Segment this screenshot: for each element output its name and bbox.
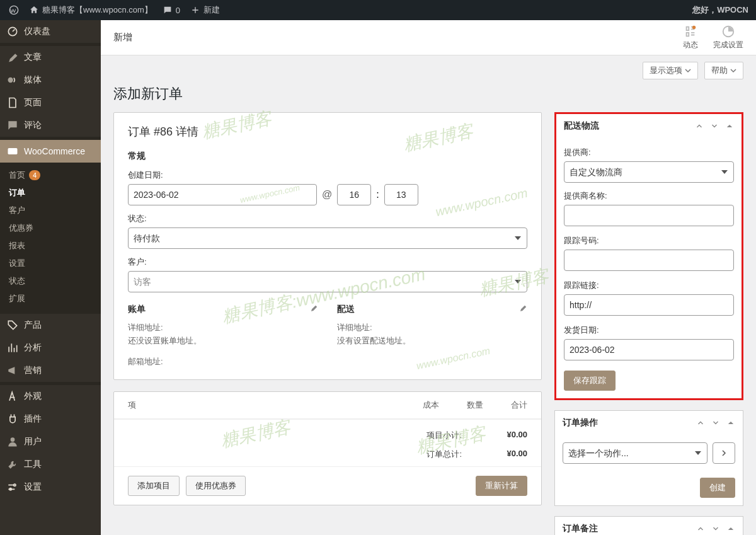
order-title: 订单 #86 详情: [128, 124, 527, 139]
menu-tools[interactable]: 工具: [0, 453, 101, 476]
menu-marketing[interactable]: 营销: [0, 359, 101, 382]
edit-billing-icon[interactable]: [309, 304, 318, 315]
menu-posts[interactable]: 文章: [0, 46, 101, 69]
col-cost: 成本: [395, 400, 439, 411]
setup-panel[interactable]: 完成设置: [713, 25, 743, 50]
order-details-box: 订单 #86 详情 常规 创建日期: @ : 状态: 待付款 客户: 访客: [113, 112, 542, 380]
submenu-status[interactable]: 状态: [0, 272, 101, 290]
col-total: 合计: [483, 400, 527, 411]
customer-select[interactable]: 访客: [128, 271, 527, 292]
billing-heading: 账单: [128, 304, 146, 315]
greeting[interactable]: 您好，WPOCN: [692, 4, 756, 16]
submenu-woocommerce: 首页4 订单 客户 优惠券 报表 设置 状态 扩展: [0, 163, 101, 314]
status-label: 状态:: [128, 213, 527, 224]
add-item-button[interactable]: 添加项目: [128, 476, 180, 496]
order-actions-title: 订单操作: [563, 417, 598, 429]
new-content[interactable]: 新建: [185, 0, 225, 20]
tracking-url-label: 跟踪链接:: [564, 280, 734, 291]
chevron-up-icon[interactable]: [696, 418, 705, 427]
screen-options-toggle[interactable]: 显示选项: [643, 62, 698, 79]
use-coupon-button[interactable]: 使用优惠券: [186, 476, 246, 496]
order-notes-title: 订单备注: [563, 523, 598, 534]
email-label: 邮箱地址:: [128, 357, 163, 366]
billing-addr-label: 详细地址:: [128, 323, 163, 332]
minute-input[interactable]: [384, 184, 418, 205]
provider-label: 提供商:: [564, 147, 734, 158]
caret-up-icon[interactable]: [726, 418, 735, 427]
create-order-button[interactable]: 创建: [700, 478, 735, 498]
order-actions-metabox: 订单操作 选择一个动作... 创建: [554, 410, 743, 506]
menu-users[interactable]: 用户: [0, 430, 101, 453]
time-sep: :: [376, 189, 379, 200]
col-item: 项: [128, 400, 395, 411]
admin-topbar: 糖果博客【www.wpocn.com】 0 新建 您好，WPOCN: [0, 0, 756, 20]
provider-name-input[interactable]: [564, 205, 734, 226]
submenu-settings[interactable]: 设置: [0, 255, 101, 272]
submenu-customers[interactable]: 客户: [0, 202, 101, 219]
menu-appearance[interactable]: 外观: [0, 385, 101, 408]
order-action-select[interactable]: 选择一个动作...: [563, 442, 707, 464]
submenu-reports[interactable]: 报表: [0, 237, 101, 255]
menu-analytics[interactable]: 分析: [0, 337, 101, 359]
menu-woocommerce[interactable]: WooCommerce: [0, 140, 101, 163]
activity-panel[interactable]: 动态: [683, 25, 698, 50]
edit-shipping-icon[interactable]: [518, 304, 527, 315]
status-select[interactable]: 待付款: [128, 227, 527, 249]
general-section-label: 常规: [128, 151, 527, 162]
menu-pages[interactable]: 页面: [0, 91, 101, 114]
submenu-orders[interactable]: 订单: [0, 184, 101, 202]
chevron-up-icon[interactable]: [695, 122, 704, 130]
menu-comments[interactable]: 评论: [0, 114, 101, 137]
chevron-down-icon[interactable]: [711, 418, 720, 427]
menu-media[interactable]: 媒体: [0, 69, 101, 91]
order-items-box: 项 成本 数量 合计 项目小计:¥0.00 订单总计:¥0.00 添加项目 使用…: [113, 391, 542, 505]
tracking-url-input[interactable]: [564, 294, 734, 316]
help-toggle[interactable]: 帮助: [704, 62, 743, 79]
submenu-coupons[interactable]: 优惠券: [0, 219, 101, 237]
admin-sidebar: 仪表盘 文章 媒体 页面 评论 WooCommerce 首页4 订单 客户 优惠…: [0, 20, 101, 535]
run-action-button[interactable]: [713, 442, 735, 464]
chevron-up-icon[interactable]: [696, 524, 705, 533]
order-notes-metabox: 订单备注: [554, 516, 743, 535]
subtotal-label: 项目小计:: [128, 430, 477, 441]
page-title: 添加新订单: [113, 82, 743, 112]
ship-date-label: 发货日期:: [564, 325, 734, 336]
svg-point-4: [11, 437, 15, 442]
shipping-addr-none: 没有设置配送地址。: [337, 336, 411, 345]
at-symbol: @: [322, 189, 332, 200]
svg-point-5: [692, 26, 696, 30]
ship-date-input[interactable]: [564, 339, 734, 360]
home-badge: 4: [29, 170, 40, 180]
menu-settings[interactable]: 设置: [0, 476, 101, 498]
submenu-extensions[interactable]: 扩展: [0, 290, 101, 308]
shipping-heading: 配送: [337, 304, 355, 315]
billing-addr-none: 还没设置账单地址。: [128, 336, 202, 345]
provider-name-label: 提供商名称:: [564, 190, 734, 202]
tracking-title: 配送物流: [564, 120, 599, 132]
page-header-title: 新增: [113, 32, 132, 43]
recalculate-button[interactable]: 重新计算: [476, 476, 527, 496]
comments-link[interactable]: 0: [158, 0, 185, 20]
svg-rect-3: [8, 148, 18, 154]
submenu-home[interactable]: 首页4: [0, 166, 101, 184]
svg-point-2: [8, 78, 13, 83]
provider-select[interactable]: 自定义物流商: [564, 161, 734, 183]
col-qty: 数量: [439, 400, 483, 411]
tracking-number-input[interactable]: [564, 250, 734, 271]
shipping-addr-label: 详细地址:: [337, 323, 372, 332]
caret-up-icon[interactable]: [725, 122, 734, 130]
hour-input[interactable]: [337, 184, 371, 205]
wp-logo[interactable]: [4, 0, 24, 20]
date-created-label: 创建日期:: [128, 170, 527, 181]
chevron-down-icon[interactable]: [711, 524, 720, 533]
total-value: ¥0.00: [477, 449, 527, 460]
menu-plugins[interactable]: 插件: [0, 408, 101, 430]
menu-dashboard[interactable]: 仪表盘: [0, 20, 101, 43]
menu-products[interactable]: 产品: [0, 314, 101, 337]
shipment-tracking-metabox: 配送物流 提供商: 自定义物流商 提供商名称: 跟踪号码:: [554, 112, 743, 400]
date-created-input[interactable]: [128, 184, 317, 205]
chevron-down-icon[interactable]: [710, 122, 719, 130]
save-tracking-button[interactable]: 保存跟踪: [564, 371, 616, 391]
caret-up-icon[interactable]: [726, 524, 735, 533]
site-name[interactable]: 糖果博客【www.wpocn.com】: [24, 0, 158, 20]
